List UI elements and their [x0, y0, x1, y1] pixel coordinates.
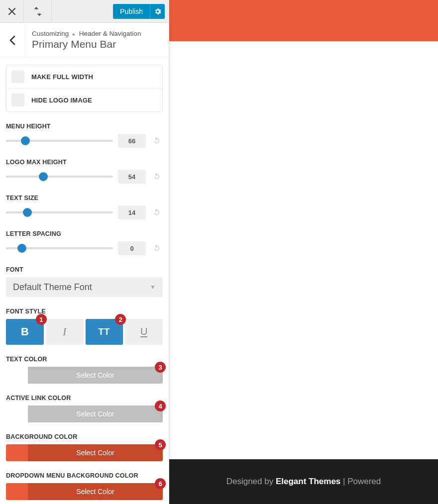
- panel-title: Primary Menu Bar: [32, 38, 160, 50]
- checkbox-full-width[interactable]: MAKE FULL WIDTH: [6, 65, 162, 89]
- italic-icon: I: [63, 325, 66, 338]
- checkbox-label: MAKE FULL WIDTH: [31, 73, 93, 81]
- slider-menu-height: 66: [6, 134, 163, 148]
- label-text-size: TEXT SIZE: [6, 195, 163, 202]
- font-select-value: Default Theme Font: [13, 282, 92, 293]
- preview-pane: Designed by Elegant Themes | Powered: [169, 0, 438, 504]
- underline-icon: U: [140, 327, 147, 337]
- reset-button[interactable]: [151, 135, 163, 147]
- reset-button[interactable]: [151, 171, 163, 183]
- panel-header: Customizing ▸ Header & Navigation Primar…: [0, 23, 169, 58]
- label-background-color: BACKGROUND COLOR: [6, 433, 163, 440]
- font-style-bold-button[interactable]: B 1: [6, 319, 44, 345]
- annotation-badge-6: 6: [155, 478, 166, 489]
- annotation-badge-2: 2: [115, 314, 126, 325]
- chevron-down-icon: ▼: [150, 284, 156, 291]
- slider-thumb[interactable]: [21, 136, 30, 145]
- checkbox-hide-logo[interactable]: HIDE LOGO IMAGE: [6, 89, 162, 111]
- slider-track[interactable]: [6, 140, 113, 142]
- color-picker-dropdown-bg: Select Color 6: [6, 483, 163, 500]
- font-style-uppercase-button[interactable]: TT 2: [86, 319, 123, 345]
- breadcrumb: Customizing ▸ Header & Navigation: [32, 30, 160, 37]
- checkbox-group: MAKE FULL WIDTH HIDE LOGO IMAGE: [6, 65, 163, 112]
- slider-thumb[interactable]: [39, 172, 48, 181]
- preview-header-bar: [169, 0, 438, 41]
- undo-icon: [152, 208, 161, 217]
- annotation-badge-5: 5: [155, 439, 166, 450]
- arrows-vertical-icon: [33, 7, 42, 16]
- font-style-underline-button[interactable]: U: [125, 319, 163, 345]
- checkbox-icon: [11, 70, 24, 83]
- color-swatch[interactable]: [6, 483, 28, 500]
- font-select[interactable]: Default Theme Font ▼: [6, 277, 163, 297]
- back-button[interactable]: [0, 23, 25, 57]
- checkbox-label: HIDE LOGO IMAGE: [31, 97, 92, 104]
- slider-text-size: 14: [6, 205, 163, 219]
- slider-track[interactable]: [6, 176, 113, 178]
- reset-button[interactable]: [151, 206, 163, 218]
- reset-button[interactable]: [151, 242, 163, 254]
- breadcrumb-section: Header & Navigation: [79, 30, 141, 37]
- footer-text: Designed by Elegant Themes | Powered: [226, 477, 381, 487]
- color-picker-active-link: Select Color 4: [6, 405, 163, 422]
- controls-panel: MAKE FULL WIDTH HIDE LOGO IMAGE MENU HEI…: [0, 58, 169, 501]
- annotation-badge-3: 3: [155, 362, 166, 373]
- gear-icon: [154, 8, 161, 15]
- customizer-topbar: Publish: [0, 0, 169, 23]
- slider-letter-spacing: 0: [6, 241, 163, 255]
- select-color-button[interactable]: Select Color: [28, 367, 163, 384]
- select-color-button[interactable]: Select Color: [28, 405, 163, 422]
- breadcrumb-root: Customizing: [32, 30, 69, 37]
- label-font: FONT: [6, 266, 163, 273]
- publish-button[interactable]: Publish: [113, 4, 150, 19]
- publish-settings-button[interactable]: [150, 4, 165, 19]
- slider-thumb[interactable]: [23, 208, 32, 217]
- publish-group: Publish: [113, 4, 165, 18]
- select-color-button[interactable]: Select Color: [28, 483, 163, 500]
- color-picker-background: Select Color 5: [6, 444, 163, 461]
- slider-value[interactable]: 54: [118, 170, 146, 184]
- label-letter-spacing: LETTER SPACING: [6, 230, 163, 237]
- color-picker-text: Select Color 3: [6, 367, 163, 384]
- label-active-link-color: ACTIVE LINK COLOR: [6, 395, 163, 402]
- label-font-style: FONT STYLE: [6, 308, 163, 315]
- label-dropdown-bg-color: DROPDOWN MENU BACKGROUND COLOR: [6, 472, 163, 479]
- slider-track[interactable]: [6, 211, 113, 213]
- undo-icon: [152, 172, 161, 181]
- customizer-sidebar: Publish Customizing ▸ Header & Navigatio…: [0, 0, 169, 504]
- label-text-color: TEXT COLOR: [6, 356, 163, 363]
- footer-suffix: | Powered: [340, 477, 381, 486]
- close-icon: [8, 7, 16, 15]
- uppercase-icon: TT: [98, 327, 110, 337]
- font-style-italic-button[interactable]: I: [46, 319, 84, 345]
- slider-track[interactable]: [6, 247, 113, 249]
- close-button[interactable]: [0, 0, 24, 22]
- font-style-row: B 1 I TT 2 U: [6, 319, 163, 345]
- annotation-badge-4: 4: [155, 401, 166, 411]
- label-logo-max-height: LOGO MAX HEIGHT: [6, 159, 163, 166]
- footer-brand[interactable]: Elegant Themes: [276, 477, 340, 486]
- chevron-right-icon: ▸: [73, 31, 75, 37]
- slider-logo-max-height: 54: [6, 170, 163, 184]
- slider-value[interactable]: 0: [118, 241, 146, 255]
- color-swatch[interactable]: [6, 444, 28, 461]
- collapse-button[interactable]: [24, 0, 52, 22]
- label-menu-height: MENU HEIGHT: [6, 123, 163, 130]
- bold-icon: B: [21, 325, 29, 338]
- slider-value[interactable]: 66: [118, 134, 146, 148]
- undo-icon: [152, 244, 161, 253]
- slider-thumb[interactable]: [17, 244, 26, 253]
- annotation-badge-1: 1: [36, 314, 47, 325]
- chevron-left-icon: [9, 35, 16, 45]
- select-color-button[interactable]: Select Color: [28, 444, 163, 461]
- footer-prefix: Designed by: [226, 477, 276, 486]
- slider-value[interactable]: 14: [118, 205, 146, 219]
- preview-footer: Designed by Elegant Themes | Powered: [169, 456, 438, 504]
- undo-icon: [152, 136, 161, 145]
- checkbox-icon: [11, 94, 24, 106]
